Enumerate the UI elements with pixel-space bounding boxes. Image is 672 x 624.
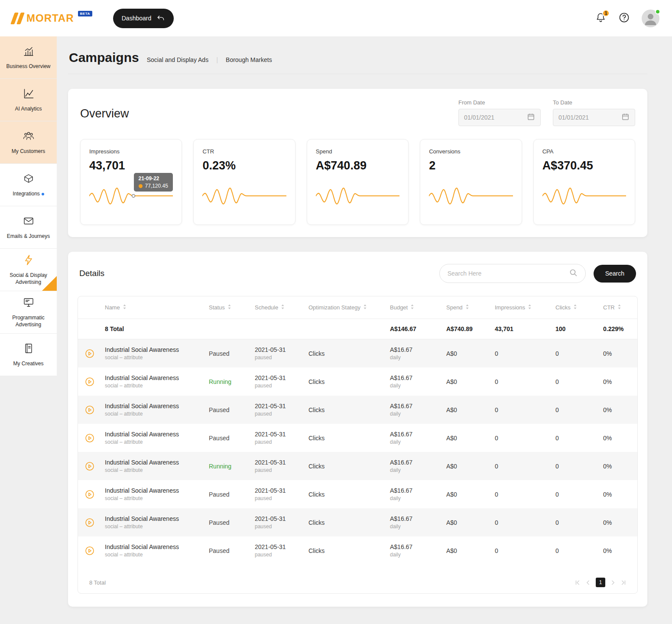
envelope-icon	[23, 215, 35, 229]
sort-icon[interactable]	[228, 304, 231, 311]
campaign-name: Industrial Social Awareness	[105, 403, 205, 410]
breadcrumb-item[interactable]: Borough Markets	[226, 56, 272, 63]
sidebar-item-programmatic-advertising[interactable]: Programmatic Advertising	[0, 291, 57, 334]
campaign-schedule: 2021-05-31	[255, 431, 305, 438]
sidebar-item-ai-analytics[interactable]: AI Analytics	[0, 79, 57, 121]
sort-icon[interactable]	[123, 304, 126, 311]
column-header-spend[interactable]: Spend	[446, 304, 495, 311]
metric-value: 2	[429, 159, 513, 172]
campaign-impressions: 0	[495, 350, 555, 357]
sidebar-item-my-creatives[interactable]: My Creatives	[0, 334, 57, 376]
column-header-status[interactable]: Status	[209, 304, 255, 311]
customers-icon	[22, 130, 35, 144]
campaign-budget-note: daily	[390, 411, 443, 417]
current-page-button[interactable]: 1	[596, 578, 605, 587]
dashboard-button[interactable]: Dashboard	[113, 9, 174, 28]
first-page-button[interactable]	[575, 580, 581, 585]
table-row[interactable]: Industrial Social Awarenesssocial – attr…	[78, 367, 637, 396]
totals-count: 8 Total	[105, 325, 209, 332]
campaign-schedule-note: paused	[255, 354, 305, 361]
metric-card-ctr: CTR0.23%	[193, 139, 295, 225]
search-input[interactable]	[448, 270, 569, 277]
from-date-input[interactable]	[458, 109, 541, 126]
campaign-schedule: 2021-05-31	[255, 403, 305, 410]
campaign-spend: A$0	[446, 378, 495, 385]
campaign-budget-note: daily	[390, 495, 443, 501]
table-row[interactable]: Industrial Social Awarenesssocial – attr…	[78, 424, 637, 452]
table-row[interactable]: Industrial Social Awarenesssocial – attr…	[78, 508, 637, 536]
notification-badge: 1	[602, 10, 610, 17]
column-header-optimization-stategy[interactable]: Optimization Stategy	[308, 304, 390, 311]
sort-icon[interactable]	[411, 304, 414, 311]
table-row[interactable]: Industrial Social Awarenesssocial – attr…	[78, 480, 637, 508]
sort-icon[interactable]	[528, 304, 531, 311]
campaign-play-icon[interactable]	[84, 489, 95, 500]
user-avatar[interactable]	[642, 10, 659, 27]
campaign-play-icon[interactable]	[84, 433, 95, 443]
campaign-play-icon[interactable]	[84, 405, 95, 415]
campaign-strategy: Clicks	[308, 463, 390, 470]
notifications-button[interactable]: 1	[595, 12, 607, 25]
metric-label: Spend	[316, 148, 399, 155]
column-header-schedule[interactable]: Schedule	[255, 304, 308, 311]
from-date-value[interactable]	[464, 114, 527, 121]
campaign-strategy: Clicks	[308, 519, 390, 526]
campaign-subtitle: social – attribute	[105, 495, 205, 501]
sort-icon[interactable]	[466, 304, 469, 311]
to-date-input[interactable]	[553, 109, 635, 126]
table-row[interactable]: Industrial Social Awarenesssocial – attr…	[78, 339, 637, 367]
sort-icon[interactable]	[364, 304, 367, 311]
column-header-clicks[interactable]: Clicks	[555, 304, 603, 311]
column-header-impressions[interactable]: Impressions	[495, 304, 555, 311]
campaign-schedule: 2021-05-31	[255, 459, 305, 466]
metric-label: Impressions	[89, 148, 173, 155]
overview-card: Overview From Date To Date	[68, 89, 647, 237]
reply-arrow-icon	[156, 13, 165, 23]
campaign-impressions: 0	[495, 519, 555, 526]
to-date-value[interactable]	[558, 114, 621, 121]
brand-logo[interactable]: MORTAR BETA	[13, 12, 92, 24]
campaign-play-icon[interactable]	[84, 377, 95, 387]
campaign-name: Industrial Social Awareness	[105, 487, 205, 494]
campaign-play-icon[interactable]	[84, 461, 95, 471]
help-button[interactable]	[618, 11, 630, 25]
sidebar-item-integrations[interactable]: Integrations	[0, 164, 57, 206]
campaign-schedule-note: paused	[255, 552, 305, 558]
breadcrumb-item[interactable]: Social and Display Ads	[147, 56, 208, 63]
campaign-impressions: 0	[495, 378, 555, 385]
column-header-ctr[interactable]: CTR	[603, 304, 637, 311]
campaign-play-icon[interactable]	[84, 348, 95, 359]
sidebar-item-social-display-advertising[interactable]: Social & Display Advertising	[0, 249, 57, 291]
next-page-button[interactable]	[610, 580, 616, 585]
totals-ctr: 0.229%	[603, 325, 637, 332]
column-header-name[interactable]: Name	[105, 304, 209, 311]
last-page-button[interactable]	[620, 580, 626, 585]
campaign-name: Industrial Social Awareness	[105, 374, 205, 381]
campaign-budget-note: daily	[390, 439, 443, 445]
campaign-budget: A$16.67	[390, 543, 443, 550]
campaign-budget-note: daily	[390, 383, 443, 389]
campaign-spend: A$0	[446, 519, 495, 526]
table-header-row: NameStatusScheduleOptimization StategyBu…	[78, 296, 637, 319]
table-row[interactable]: Industrial Social Awarenesssocial – attr…	[78, 396, 637, 424]
campaign-impressions: 0	[495, 491, 555, 498]
campaign-spend: A$0	[446, 406, 495, 413]
search-button[interactable]: Search	[594, 265, 636, 283]
sort-icon[interactable]	[281, 304, 284, 311]
campaign-play-icon[interactable]	[84, 546, 95, 556]
table-row[interactable]: Industrial Social Awarenesssocial – attr…	[78, 452, 637, 480]
campaign-play-icon[interactable]	[84, 517, 95, 528]
campaign-budget: A$16.67	[390, 431, 443, 438]
search-box[interactable]	[439, 264, 586, 283]
calendar-icon	[621, 113, 630, 123]
sidebar-item-my-customers[interactable]: My Customers	[0, 121, 57, 164]
column-header-budget[interactable]: Budget	[390, 304, 446, 311]
page-header: Campaigns Social and Display Ads | Borou…	[68, 47, 647, 74]
sort-icon[interactable]	[574, 304, 577, 311]
sort-icon[interactable]	[618, 304, 621, 311]
table-row[interactable]: Industrial Social Awarenesssocial – attr…	[78, 536, 637, 565]
campaign-schedule-note: paused	[255, 411, 305, 417]
sidebar-item-business-overview[interactable]: Business Overview	[0, 36, 57, 79]
prev-page-button[interactable]	[585, 580, 591, 585]
sidebar-item-emails-journeys[interactable]: Emails & Journeys	[0, 206, 57, 249]
